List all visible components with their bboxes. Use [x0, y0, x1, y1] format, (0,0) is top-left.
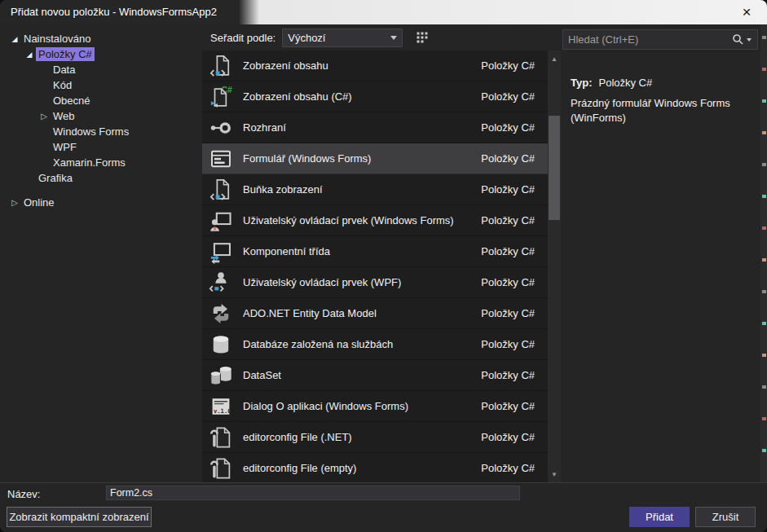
- entity-model-icon: [209, 301, 233, 326]
- window-title: Přidat novou položku - WindowsFormsApp2: [11, 0, 217, 24]
- editorconfig-icon: [209, 425, 233, 450]
- list-scrollbar[interactable]: ▲ ▼: [548, 51, 561, 482]
- grid-view-button[interactable]: [412, 29, 431, 47]
- item-description: Prázdný formulář Windows Forms (WinForms…: [571, 96, 748, 125]
- list-item[interactable]: editorconfig File (.NET) Položky C#: [202, 422, 548, 453]
- tree-item[interactable]: ◢ Nainstalováno: [0, 31, 202, 46]
- cancel-button[interactable]: Zrušit: [695, 507, 756, 527]
- category-tree: ◢ Nainstalováno ◢ Položky C# Data Kód Ob…: [0, 24, 202, 482]
- type-value: Položky C#: [598, 77, 652, 89]
- dataset-icon: [209, 363, 233, 388]
- tree-expander-icon[interactable]: ◢: [8, 35, 21, 43]
- tree-item[interactable]: ▷ Online: [0, 195, 202, 210]
- name-input[interactable]: [106, 486, 520, 500]
- tree-item[interactable]: WPF: [0, 139, 202, 155]
- sort-by-label: Seřadit podle:: [210, 32, 276, 44]
- user-control-icon: [209, 209, 233, 233]
- search-dropdown-icon[interactable]: [747, 38, 752, 42]
- chevron-down-icon: [390, 36, 397, 40]
- list-item[interactable]: Formulář (Windows Forms) Položky C#: [202, 143, 548, 174]
- list-item[interactable]: Komponentní třída Položky C#: [202, 236, 548, 267]
- search-input[interactable]: [563, 33, 732, 46]
- tree-item[interactable]: Data: [0, 62, 202, 77]
- compact-view-button[interactable]: Zobrazit kompaktní zobrazení: [7, 507, 152, 527]
- add-new-item-dialog: Přidat novou položku - WindowsFormsApp2 …: [0, 0, 767, 532]
- type-label: Typ:: [571, 77, 592, 89]
- svg-text:v.1.0: v.1.0: [214, 407, 231, 414]
- tree-item[interactable]: ◢ Položky C#: [0, 46, 202, 62]
- tree-item[interactable]: Grafika: [0, 170, 202, 186]
- scroll-down-icon[interactable]: ▼: [548, 468, 561, 481]
- editorconfig-icon: [209, 456, 233, 481]
- list-item[interactable]: Uživatelský ovládací prvek (Windows Form…: [202, 205, 548, 236]
- item-details: Typ:Položky C# Prázdný formulář Windows …: [571, 77, 748, 125]
- tree-expander-icon[interactable]: ▷: [8, 198, 21, 207]
- list-item[interactable]: ADO.NET Entity Data Model Položky C#: [202, 298, 548, 329]
- name-label: Název:: [7, 488, 40, 500]
- tree-expander-icon[interactable]: ▷: [37, 112, 51, 121]
- tree-item[interactable]: Xamarin.Forms: [0, 155, 202, 170]
- scroll-up-icon[interactable]: ▲: [548, 52, 561, 65]
- list-item[interactable]: Buňka zobrazení Položky C#: [202, 174, 548, 205]
- list-item[interactable]: Databáze založená na službách Položky C#: [202, 329, 548, 360]
- list-item[interactable]: v.1.0 Dialog O aplikaci (Windows Forms) …: [202, 391, 548, 422]
- view-cell-icon: [209, 178, 233, 202]
- database-icon: [209, 332, 233, 357]
- interface-icon: [209, 116, 233, 140]
- tree-item[interactable]: ▷ Web: [0, 108, 202, 124]
- search-icon[interactable]: [732, 33, 747, 46]
- list-item[interactable]: DataSet Položky C#: [202, 360, 548, 391]
- list-item[interactable]: Zobrazení obsahu Položky C#: [202, 51, 548, 81]
- footer-bar: Název: Zobrazit kompaktní zobrazení Přid…: [0, 482, 767, 532]
- grid-view-icon: [416, 31, 429, 44]
- tree-item[interactable]: Kód: [0, 77, 202, 93]
- user-control-wpf-icon: [209, 270, 233, 295]
- scrollbar-thumb[interactable]: [549, 116, 560, 220]
- list-item[interactable]: Uživatelský ovládací prvek (WPF) Položky…: [202, 267, 548, 298]
- list-item[interactable]: Rozhraní Položky C#: [202, 112, 548, 143]
- winforms-form-icon: [209, 147, 233, 171]
- sort-dropdown[interactable]: Výchozí: [282, 29, 403, 47]
- item-type-line: Typ:Položky C#: [571, 77, 748, 89]
- content-view-icon: [209, 54, 233, 78]
- search-box: [562, 29, 758, 50]
- sort-toolbar: Seřadit podle: Výchozí: [202, 24, 548, 51]
- about-dialog-icon: v.1.0: [209, 394, 233, 419]
- content-view-csharp-icon: C#: [209, 85, 233, 109]
- template-list: Zobrazení obsahu Položky C# C# Zobrazení…: [202, 51, 548, 482]
- close-button[interactable]: ×: [730, 0, 764, 24]
- title-bar: Přidat novou položku - WindowsFormsApp2 …: [0, 0, 767, 24]
- editor-annotation-strip: [760, 24, 767, 482]
- details-panel: Typ:Položky C# Prázdný formulář Windows …: [561, 24, 760, 482]
- tree-expander-icon[interactable]: ◢: [23, 51, 36, 59]
- sort-dropdown-value: Výchozí: [283, 32, 390, 44]
- add-button[interactable]: Přidat: [629, 507, 690, 527]
- tree-item[interactable]: Windows Forms: [0, 124, 202, 139]
- tree-item[interactable]: Obecné: [0, 93, 202, 108]
- list-item[interactable]: editorconfig File (empty) Položky C#: [202, 453, 548, 482]
- list-item[interactable]: C# Zobrazení obsahu (C#) Položky C#: [202, 81, 548, 112]
- component-class-icon: [209, 240, 233, 264]
